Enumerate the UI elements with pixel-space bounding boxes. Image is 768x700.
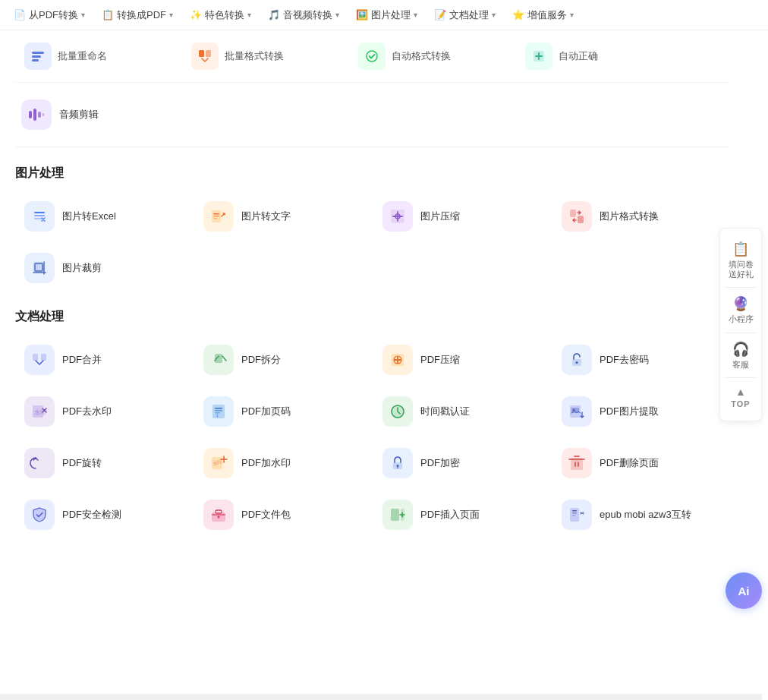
nav-doc-process[interactable]: 📝 文档处理 ▾	[426, 5, 503, 25]
svg-rect-35	[215, 408, 222, 409]
auto-format-label: 自动格式转换	[392, 49, 451, 63]
svg-rect-57	[572, 515, 575, 516]
svg-rect-34	[212, 405, 225, 418]
nav-from-pdf[interactable]: 📄 从PDF转换 ▾	[6, 5, 93, 25]
pdf-split-item[interactable]: PDF拆分	[194, 337, 370, 383]
pdf-rotate-item[interactable]: PDF旋转	[15, 440, 191, 486]
pdf-package-icon	[203, 500, 234, 530]
list-item[interactable]: 自动正确	[516, 36, 683, 76]
pdf-img-extract-label: PDF图片提取	[600, 405, 659, 418]
pdf-del-page-item[interactable]: PDF删除页面	[552, 440, 729, 486]
svg-point-46	[397, 465, 399, 467]
pdf-compress-icon	[382, 345, 413, 375]
svg-point-31	[576, 361, 578, 364]
list-item[interactable]: 批量重命名	[15, 36, 182, 76]
chevron-down-icon: ▾	[169, 11, 173, 19]
svg-rect-22	[578, 216, 584, 223]
audio-edit-icon	[21, 99, 52, 130]
pdf-img-extract-item[interactable]: PDF图片提取	[552, 389, 729, 434]
img-format-icon	[562, 201, 592, 232]
pdf-decrypt-icon	[562, 345, 592, 375]
pdf-encrypt-label: PDF加密	[420, 456, 460, 470]
audio-edit-item[interactable]: 音频剪辑	[15, 95, 152, 134]
pdf-security-label: PDF安全检测	[62, 508, 121, 522]
svg-rect-8	[33, 109, 36, 121]
img-compress-item[interactable]: 图片压缩	[373, 194, 549, 239]
miniapp-icon: 🔮	[732, 295, 749, 312]
miniapp-label: 小程序	[729, 314, 754, 324]
nav-value-service[interactable]: ⭐ 增值服务 ▾	[505, 5, 581, 25]
nav-to-pdf[interactable]: 📋 转换成PDF ▾	[94, 5, 181, 25]
doc-section-title: 文档处理	[15, 309, 729, 325]
auto-format-icon	[358, 43, 386, 70]
pdf-merge-item[interactable]: PDF合并	[15, 337, 191, 383]
pdf-watermark-remove-item[interactable]: 水印 PDF去水印	[15, 389, 191, 434]
customer-service-icon: 🎧	[732, 341, 749, 358]
svg-rect-36	[215, 410, 222, 411]
img-to-excel-item[interactable]: 图片转Excel	[15, 194, 191, 239]
chevron-down-icon: ▾	[335, 11, 339, 19]
image-section-title: 图片处理	[15, 166, 729, 181]
svg-rect-16	[213, 213, 219, 215]
chevron-down-icon: ▾	[81, 11, 85, 19]
img-format-item[interactable]: 图片格式转换	[552, 194, 729, 239]
survey-icon: 📋	[732, 241, 749, 257]
nav-av-convert[interactable]: 🎵 音视频转换 ▾	[260, 5, 347, 25]
list-item[interactable]: 自动格式转换	[349, 36, 516, 76]
customer-service-label: 客服	[732, 360, 749, 370]
svg-rect-50	[216, 510, 222, 513]
img-to-excel-icon	[24, 201, 55, 232]
audio-edit-label: 音频剪辑	[59, 108, 99, 121]
img-to-text-item[interactable]: 图片转文字	[194, 194, 370, 239]
nav-special-convert[interactable]: ✨ 特色转换 ▾	[182, 5, 259, 25]
img-to-text-icon	[203, 201, 234, 232]
scroll-top-button[interactable]: ▲ TOP	[720, 380, 761, 415]
epub-convert-label: epub mobi azw3互转	[600, 508, 691, 522]
right-sidebar: 📋 填问卷送好礼 🔮 小程序 🎧 客服 ▲ TOP	[719, 228, 762, 421]
from-pdf-icon: 📄	[14, 9, 26, 21]
top-label: TOP	[731, 399, 750, 408]
pdf-package-item[interactable]: PDF文件包	[194, 492, 370, 538]
svg-rect-1	[32, 55, 41, 58]
main-content: 批量重命名 批量格式转换 自动格式转换 自动正确	[0, 30, 744, 568]
doc-process-icon: 📝	[434, 9, 446, 21]
svg-rect-52	[391, 509, 399, 521]
pdf-rotate-icon	[24, 448, 55, 478]
image-process-icon: 🖼️	[356, 9, 368, 21]
pdf-insert-page-label: PDF插入页面	[420, 508, 480, 522]
image-section: 图片处理 图片转Excel	[15, 166, 729, 291]
pdf-insert-page-item[interactable]: PDF插入页面	[373, 492, 549, 538]
svg-rect-4	[206, 50, 211, 57]
epub-convert-icon	[562, 500, 592, 530]
pdf-page-num-icon: 1	[203, 396, 234, 427]
doc-items-grid: PDF合并 PDF拆分	[15, 337, 729, 538]
top-nav: 📄 从PDF转换 ▾ 📋 转换成PDF ▾ ✨ 特色转换 ▾ 🎵 音视频转换 ▾…	[0, 0, 768, 30]
pdf-page-num-item[interactable]: 1 PDF加页码	[194, 389, 370, 434]
pdf-security-item[interactable]: PDF安全检测	[15, 492, 191, 538]
partial-row: 批量重命名 批量格式转换 自动格式转换 自动正确	[15, 30, 729, 83]
pdf-del-page-label: PDF删除页面	[600, 456, 659, 470]
special-convert-icon: ✨	[190, 9, 202, 21]
sidebar-divider-2	[724, 333, 757, 333]
pdf-security-icon	[24, 500, 55, 530]
top-arrow-icon: ▲	[735, 386, 746, 398]
pdf-decrypt-item[interactable]: PDF去密码	[552, 337, 729, 383]
customer-service-button[interactable]: 🎧 客服	[720, 335, 761, 376]
pdf-watermark-add-item[interactable]: 水印 PDF加水印	[194, 440, 370, 486]
pdf-package-label: PDF文件包	[241, 508, 291, 522]
audio-section: 音频剪辑	[15, 83, 729, 147]
pdf-encrypt-item[interactable]: PDF加密	[373, 440, 549, 486]
list-item[interactable]: 批量格式转换	[182, 36, 349, 76]
to-pdf-icon: 📋	[102, 9, 114, 21]
pdf-compress-item[interactable]: PDF压缩	[373, 337, 549, 383]
svg-rect-0	[32, 52, 44, 54]
pdf-img-extract-icon	[562, 396, 592, 427]
img-crop-item[interactable]: 图片裁剪	[15, 245, 191, 291]
miniapp-button[interactable]: 🔮 小程序	[720, 289, 761, 330]
pdf-rotate-label: PDF旋转	[62, 456, 102, 470]
nav-image-process[interactable]: 🖼️ 图片处理 ▾	[348, 5, 425, 25]
timestamp-item[interactable]: 时间戳认证	[373, 389, 549, 434]
survey-button[interactable]: 📋 填问卷送好礼	[720, 235, 761, 285]
pdf-split-label: PDF拆分	[241, 353, 281, 367]
epub-convert-item[interactable]: epub mobi azw3互转	[552, 492, 729, 538]
